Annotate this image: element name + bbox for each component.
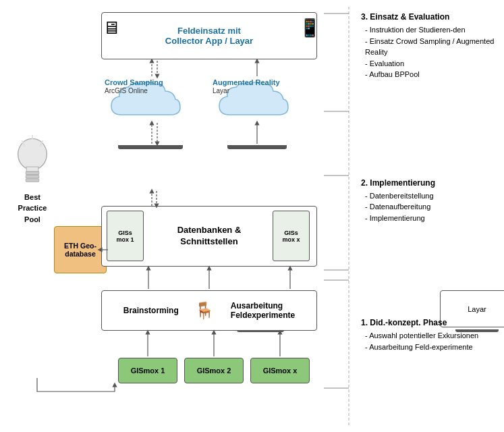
annotation-3-item-3: - Evaluation xyxy=(361,58,497,70)
ausarbeitung-line1: Ausarbeitung xyxy=(231,301,295,310)
annotation-1-title: 1. Did.-konzept. Phase xyxy=(361,318,497,327)
gismox-inner-left-line2: mox 1 xyxy=(116,236,134,243)
cloud-crowd-title: Crowd Sampling xyxy=(105,78,199,87)
gismox-inner-left-line1: GISs xyxy=(116,230,134,236)
brainstorming-label: Brainstorming xyxy=(123,306,179,315)
brainstorming-box: Brainstorming 🪑 Ausarbeitung Feldexperim… xyxy=(101,290,317,331)
gismox-1-label: GISmox 1 xyxy=(131,367,165,375)
gismox-bottom-1: GISmox 1 xyxy=(118,358,177,383)
annotation-1-item-1: - Auswahl potentieller Exkursionen xyxy=(361,330,497,342)
diagram-area: Best Practice Pool ETH Geo- database Fel… xyxy=(0,0,358,432)
ausarbeitung-line2: Feldexperimente xyxy=(231,310,295,320)
eth-geo-line2: database xyxy=(64,250,96,258)
annotation-1-item-2: - Ausarbeitung Feld-experimente xyxy=(361,342,497,353)
cloud-crowd-subtitle: ArcGIS Online xyxy=(105,87,199,95)
cloud-ar-subtitle: Layar xyxy=(213,87,307,95)
cloud-crowd-sampling: Crowd Sampling ArcGIS Online xyxy=(105,78,199,122)
annotation-3-item-1: - Instruktion der Studieren-den xyxy=(361,24,497,36)
mobile-left-icon: 🖥 xyxy=(103,18,120,38)
annotation-2-item-1: - Datenbereitstellung xyxy=(361,190,497,202)
annotation-3-item-2: - Einsatz Crowd Sampling / Augmented Rea… xyxy=(361,36,497,58)
gismox-x-label: GISmox x xyxy=(263,367,298,375)
annotation-section-1: 1. Did.-konzept. Phase - Auswahl potenti… xyxy=(361,318,497,352)
esri-monitor-base xyxy=(118,145,183,149)
datenbanken-line2: Schnittstellen xyxy=(177,236,242,248)
svg-rect-2 xyxy=(26,171,39,174)
feldeinsatz-line1: Feldeinsatz mit xyxy=(165,26,253,36)
eth-geodatabase-box: ETH Geo- database xyxy=(54,226,107,273)
gismox-2-label: GISmox 2 xyxy=(197,367,231,375)
eth-geo-line1: ETH Geo- xyxy=(64,242,96,250)
annotation-section-3: 3. Einsatz & Evaluation - Instruktion de… xyxy=(361,12,497,80)
annotation-2-item-2: - Datenaufbereitung xyxy=(361,201,497,213)
annotation-3-title: 3. Einsatz & Evaluation xyxy=(361,12,497,22)
layar-monitor-base xyxy=(227,145,287,149)
best-practice-label3: Pool xyxy=(5,215,59,224)
gismox-inner-right-line1: GISs xyxy=(282,230,300,236)
annotation-section-2: 2. Implementierung - Datenbereitstellung… xyxy=(361,178,497,224)
svg-rect-1 xyxy=(26,167,38,171)
datenbanken-line1: Datenbanken & xyxy=(177,225,242,236)
svg-point-0 xyxy=(18,138,47,169)
annotation-2-title: 2. Implementierung xyxy=(361,178,497,188)
gismox-bottom-2: GISmox 2 xyxy=(184,358,244,383)
lightbulb-group: Best Practice Pool xyxy=(5,135,59,224)
best-practice-label: Best xyxy=(5,192,59,202)
annotations-area: 3. Einsatz & Evaluation - Instruktion de… xyxy=(358,0,504,432)
svg-rect-3 xyxy=(26,176,39,178)
gismox-bottom-x: GISmox x xyxy=(250,358,310,383)
cloud-ar-title: Augmented Reality xyxy=(213,78,307,87)
layar-group: Layar xyxy=(220,145,294,149)
feldeinsatz-box: Feldeinsatz mit Collector App / Layar xyxy=(101,12,317,59)
main-container: Best Practice Pool ETH Geo- database Fel… xyxy=(0,0,504,432)
feldeinsatz-line2: Collector App / Layar xyxy=(165,36,253,46)
cloud-augmented-reality: Augmented Reality Layar xyxy=(213,78,307,122)
table-chairs-icon: 🪑 xyxy=(194,301,215,320)
annotation-3-item-4: - Aufbau BPPool xyxy=(361,69,497,80)
best-practice-label2: Practice xyxy=(5,203,59,213)
gismox-inner-left: GISs mox 1 xyxy=(107,211,144,261)
ausarbeitung-label: Ausarbeitung Feldexperimente xyxy=(231,301,295,320)
esri-group: ESRI ArcMap xyxy=(110,145,191,149)
annotation-2-item-3: - Implementierung xyxy=(361,213,497,224)
mobile-right-icon: 📱 xyxy=(299,18,320,38)
gismox-inner-right: GISs mox x xyxy=(273,211,310,261)
lightbulb-icon xyxy=(9,135,56,189)
gismox-inner-right-line2: mox x xyxy=(282,236,300,243)
svg-rect-4 xyxy=(26,179,39,182)
